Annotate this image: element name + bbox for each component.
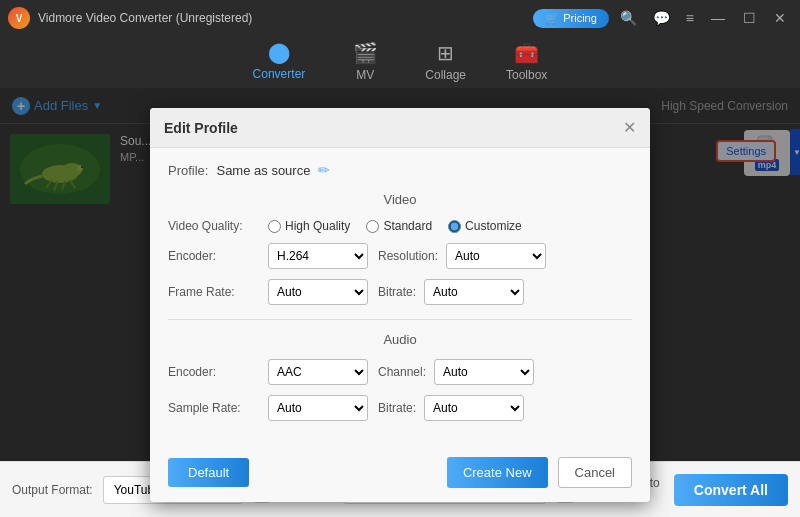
frame-rate-select[interactable]: Auto — [268, 279, 368, 305]
high-quality-radio[interactable] — [268, 220, 281, 233]
cancel-button[interactable]: Cancel — [558, 457, 632, 488]
audio-encoder-label: Encoder: — [168, 365, 258, 379]
profile-value: Same as source — [216, 163, 310, 178]
encoder-label: Encoder: — [168, 249, 258, 263]
modal-footer: Default Create New Cancel — [150, 445, 650, 502]
channel-label: Channel: — [378, 365, 426, 379]
main-content: + Add Files ▼ High Speed Conversion — [0, 88, 800, 461]
audio-encoder-select[interactable]: AAC — [268, 359, 368, 385]
pricing-button[interactable]: 🛒 Pricing — [533, 9, 609, 28]
high-quality-option[interactable]: High Quality — [268, 219, 350, 233]
profile-row: Profile: Same as source ✏ — [168, 162, 632, 178]
tab-mv-label: MV — [356, 68, 374, 82]
menu-icon-button[interactable]: ≡ — [681, 8, 699, 28]
modal-header: Edit Profile ✕ — [150, 108, 650, 148]
output-format-label: Output Format: — [12, 483, 93, 497]
channel-select[interactable]: Auto — [434, 359, 534, 385]
bitrate-label: Bitrate: — [378, 285, 416, 299]
default-button[interactable]: Default — [168, 458, 249, 487]
bitrate-pair: Bitrate: Auto — [378, 279, 632, 305]
edit-profile-modal: Edit Profile ✕ Profile: Same as source ✏… — [150, 108, 650, 502]
video-quality-label: Video Quality: — [168, 219, 258, 233]
resolution-select[interactable]: Auto — [446, 243, 546, 269]
standard-quality-radio[interactable] — [366, 220, 379, 233]
video-quality-row: Video Quality: High Quality Standard — [168, 219, 632, 233]
tab-toolbox[interactable]: 🧰 Toolbox — [486, 35, 567, 90]
resolution-label: Resolution: — [378, 249, 438, 263]
sample-rate-select[interactable]: Auto — [268, 395, 368, 421]
chat-icon-button[interactable]: 💬 — [648, 8, 675, 28]
mv-icon: 🎬 — [353, 41, 378, 65]
minimize-button[interactable]: — — [705, 8, 731, 28]
tab-converter[interactable]: ⬤ Converter — [233, 34, 326, 91]
sample-rate-audio-bitrate-row: Sample Rate: Auto Bitrate: Auto — [168, 395, 632, 421]
audio-section-title: Audio — [168, 332, 632, 347]
audio-bitrate-label: Bitrate: — [378, 401, 416, 415]
video-quality-options: High Quality Standard Customize — [268, 219, 632, 233]
toolbox-icon: 🧰 — [514, 41, 539, 65]
app-title: Vidmore Video Converter (Unregistered) — [38, 11, 252, 25]
edit-profile-icon[interactable]: ✏ — [318, 162, 330, 178]
channel-pair: Channel: Auto — [378, 359, 632, 385]
modal-body: Profile: Same as source ✏ Video Video Qu… — [150, 148, 650, 445]
converter-icon: ⬤ — [268, 40, 290, 64]
audio-encoder-channel-row: Encoder: AAC Channel: Auto — [168, 359, 632, 385]
modal-title: Edit Profile — [164, 120, 238, 136]
title-bar: V Vidmore Video Converter (Unregistered)… — [0, 0, 800, 36]
customize-quality-radio[interactable] — [448, 220, 461, 233]
close-button[interactable]: ✕ — [768, 8, 792, 28]
resolution-pair: Resolution: Auto — [378, 243, 632, 269]
tab-converter-label: Converter — [253, 67, 306, 81]
create-new-button[interactable]: Create New — [447, 457, 548, 488]
video-section-title: Video — [168, 192, 632, 207]
frame-rate-label: Frame Rate: — [168, 285, 258, 299]
tab-mv[interactable]: 🎬 MV — [325, 35, 405, 90]
title-bar-left: V Vidmore Video Converter (Unregistered) — [8, 7, 252, 29]
app-icon: V — [8, 7, 30, 29]
modal-overlay: Edit Profile ✕ Profile: Same as source ✏… — [0, 88, 800, 461]
framerate-bitrate-row: Frame Rate: Auto Bitrate: Auto — [168, 279, 632, 305]
audio-bitrate-pair: Bitrate: Auto — [378, 395, 632, 421]
nav-tabs-area: ⬤ Converter 🎬 MV ⊞ Collage 🧰 Toolbox — [0, 36, 800, 88]
collage-icon: ⊞ — [437, 41, 454, 65]
sample-rate-label: Sample Rate: — [168, 401, 258, 415]
profile-label: Profile: — [168, 163, 208, 178]
customize-quality-option[interactable]: Customize — [448, 219, 522, 233]
tab-toolbox-label: Toolbox — [506, 68, 547, 82]
bitrate-select[interactable]: Auto — [424, 279, 524, 305]
audio-bitrate-select[interactable]: Auto — [424, 395, 524, 421]
tab-collage-label: Collage — [425, 68, 466, 82]
maximize-button[interactable]: ☐ — [737, 8, 762, 28]
encoder-resolution-row: Encoder: H.264 Resolution: Auto — [168, 243, 632, 269]
modal-divider — [168, 319, 632, 320]
search-icon-button[interactable]: 🔍 — [615, 8, 642, 28]
encoder-select[interactable]: H.264 — [268, 243, 368, 269]
footer-right-buttons: Create New Cancel — [447, 457, 632, 488]
tab-collage[interactable]: ⊞ Collage — [405, 35, 486, 90]
title-bar-right: 🛒 Pricing 🔍 💬 ≡ — ☐ ✕ — [533, 8, 792, 28]
modal-close-button[interactable]: ✕ — [623, 118, 636, 137]
standard-quality-option[interactable]: Standard — [366, 219, 432, 233]
convert-all-button[interactable]: Convert All — [674, 474, 788, 506]
